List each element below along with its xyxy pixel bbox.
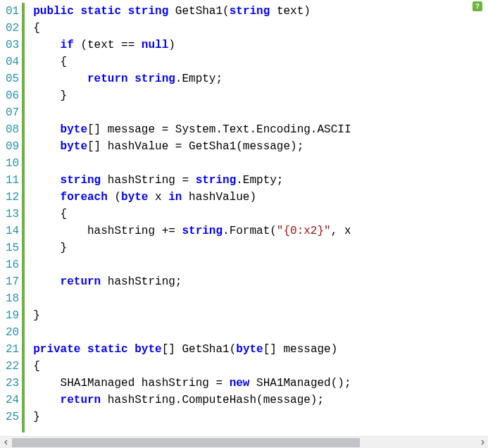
token-kw: in: [168, 191, 182, 204]
token-plain: [] message = System.Text.Encoding.ASCII: [87, 123, 351, 136]
line-number: 03: [6, 37, 19, 54]
code-line: }: [33, 307, 488, 324]
code-line: [33, 104, 488, 121]
token-plain: text): [270, 5, 311, 18]
token-type: string: [134, 73, 175, 85]
line-number: 24: [6, 392, 19, 409]
token-plain: }: [33, 309, 40, 322]
line-number: 08: [6, 121, 19, 138]
line-number: 10: [6, 155, 19, 172]
line-number: 02: [6, 20, 19, 37]
help-icon[interactable]: ?: [473, 1, 482, 11]
token-kw: private: [33, 343, 80, 356]
code-text-area[interactable]: public static string GetSha1(string text…: [25, 0, 488, 435]
line-number: 04: [6, 54, 19, 70]
token-kw: new: [230, 377, 250, 390]
code-line: {: [33, 54, 488, 70]
token-plain: }: [61, 242, 68, 254]
line-number: 09: [6, 138, 19, 155]
token-kw: null: [142, 39, 168, 51]
token-kw: static: [80, 5, 121, 18]
token-plain: hashString;: [101, 275, 182, 288]
token-type: string: [61, 174, 101, 187]
token-kw: if: [61, 39, 74, 51]
code-line: }: [33, 409, 488, 425]
token-plain: (text ==: [74, 39, 142, 51]
code-line: byte[] message = System.Text.Encoding.AS…: [33, 121, 488, 138]
code-line: [33, 155, 488, 172]
token-plain: [80, 343, 87, 356]
token-plain: SHA1Managed hashString =: [61, 377, 230, 390]
token-plain: ): [168, 39, 175, 51]
horizontal-scrollbar[interactable]: [0, 436, 488, 448]
code-line: byte[] hashValue = GetSha1(message);: [33, 138, 488, 155]
line-number: 23: [6, 375, 19, 392]
code-line: SHA1Managed hashString = new SHA1Managed…: [33, 375, 488, 392]
scroll-right-button[interactable]: [476, 437, 488, 449]
scroll-thumb[interactable]: [12, 438, 360, 447]
token-plain: {: [33, 360, 40, 373]
token-str: "{0:x2}": [277, 225, 331, 237]
token-plain: }: [61, 89, 68, 102]
token-plain: [] GetSha1(: [162, 343, 237, 356]
token-plain: hashValue): [182, 191, 256, 204]
token-kw: return: [61, 394, 101, 406]
token-plain: x: [148, 191, 168, 204]
code-editor: 0102030405060708091011121314151617181920…: [0, 0, 488, 435]
code-line: return string.Empty;: [33, 70, 488, 87]
line-number: 17: [6, 273, 19, 290]
line-number: 18: [6, 290, 19, 307]
token-plain: [128, 343, 135, 356]
line-number: 25: [6, 409, 19, 425]
token-plain: .Format(: [223, 225, 277, 237]
code-line: {: [33, 20, 488, 37]
line-number: 05: [6, 70, 19, 87]
token-type: byte: [61, 123, 87, 136]
token-plain: [128, 73, 135, 85]
code-line: if (text == null): [33, 37, 488, 54]
token-plain: .Empty;: [236, 174, 283, 187]
token-kw: return: [61, 275, 101, 288]
scroll-left-button[interactable]: [0, 437, 12, 449]
token-type: byte: [61, 140, 87, 153]
code-line: }: [33, 239, 488, 256]
token-plain: hashString +=: [87, 225, 182, 237]
line-number: 21: [6, 341, 19, 358]
code-line: return hashString;: [33, 273, 488, 290]
token-plain: hashString.ComputeHash(message);: [101, 394, 324, 406]
scroll-track[interactable]: [12, 437, 476, 449]
code-line: public static string GetSha1(string text…: [33, 3, 488, 20]
code-line: [33, 290, 488, 307]
line-number: 12: [6, 189, 19, 206]
code-line: private static byte[] GetSha1(byte[] mes…: [33, 341, 488, 358]
token-plain: hashString =: [101, 174, 195, 187]
code-line: }: [33, 87, 488, 104]
token-plain: [121, 5, 128, 18]
token-type: byte: [134, 343, 161, 356]
token-type: string: [182, 225, 223, 237]
line-number: 06: [6, 87, 19, 104]
line-number: 13: [6, 206, 19, 223]
token-plain: (: [108, 191, 121, 204]
line-number: 22: [6, 358, 19, 375]
code-line: hashString += string.Format("{0:x2}", x: [33, 223, 488, 239]
token-plain: GetSha1(: [168, 5, 229, 18]
line-number: 01: [6, 3, 19, 20]
token-type: string: [230, 5, 270, 18]
token-plain: {: [61, 208, 68, 220]
token-plain: [] message): [263, 343, 338, 356]
token-plain: [74, 5, 81, 18]
token-type: byte: [236, 343, 263, 356]
token-type: byte: [121, 191, 148, 204]
line-number: 07: [6, 104, 19, 121]
code-line: [33, 324, 488, 341]
line-number-gutter: 0102030405060708091011121314151617181920…: [0, 0, 20, 435]
token-plain: [] hashValue = GetSha1(message);: [87, 140, 304, 153]
token-type: string: [128, 5, 169, 18]
line-number: 11: [6, 172, 19, 189]
code-line: [33, 256, 488, 273]
line-number: 20: [6, 324, 19, 341]
token-plain: SHA1Managed();: [249, 377, 351, 390]
token-plain: {: [33, 22, 40, 35]
line-number: 14: [6, 223, 19, 239]
